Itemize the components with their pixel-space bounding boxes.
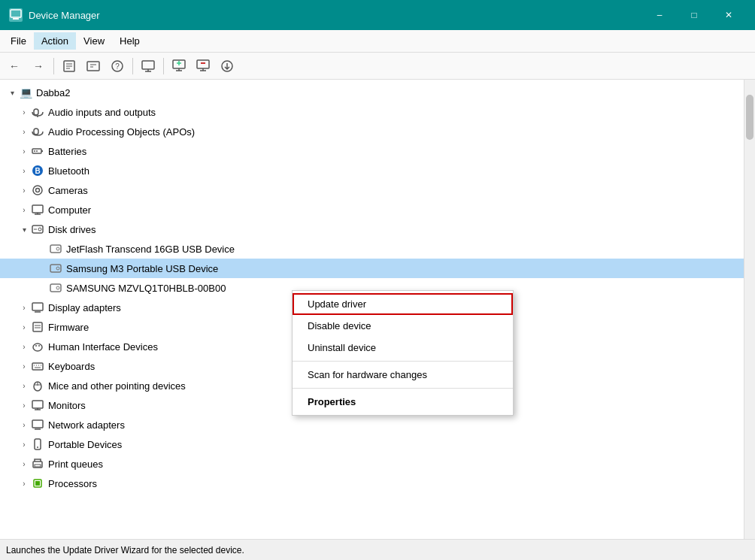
cameras-icon bbox=[30, 183, 45, 198]
disk-toggle[interactable]: ▾ bbox=[18, 223, 30, 235]
tree-root[interactable]: ▾ 💻 Dabba2 bbox=[0, 83, 755, 102]
toolbar-remove[interactable] bbox=[192, 56, 214, 77]
tree-item-disk[interactable]: ▾ Disk drives bbox=[0, 219, 755, 239]
svg-text:?: ? bbox=[115, 62, 120, 71]
svg-point-54 bbox=[38, 345, 40, 347]
monitors-toggle[interactable]: › bbox=[18, 399, 30, 411]
audio2-toggle[interactable]: › bbox=[18, 126, 30, 138]
processors-toggle[interactable]: › bbox=[18, 477, 30, 489]
firmware-icon bbox=[30, 319, 45, 334]
portable-toggle[interactable]: › bbox=[18, 438, 30, 450]
network-label: Network adapters bbox=[48, 419, 125, 431]
tree-item-audio2[interactable]: › Audio Processing Objects (APOs) bbox=[0, 122, 755, 141]
portable-label: Portable Devices bbox=[48, 439, 122, 450]
tree-item-batteries[interactable]: › Batteries bbox=[0, 141, 755, 161]
cameras-toggle[interactable]: › bbox=[18, 184, 30, 196]
hid-label: Human Interface Devices bbox=[48, 341, 158, 353]
tree-item-jetflash[interactable]: JetFlash Transcend 16GB USB Device bbox=[0, 239, 755, 259]
toolbar-driver[interactable] bbox=[82, 56, 105, 77]
processors-icon bbox=[30, 476, 45, 491]
bluetooth-toggle[interactable]: › bbox=[18, 165, 30, 177]
status-text: Launches the Update Driver Wizard for th… bbox=[6, 545, 244, 555]
svg-rect-11 bbox=[142, 61, 154, 69]
toolbar-scan[interactable] bbox=[137, 56, 159, 77]
firmware-toggle[interactable]: › bbox=[18, 321, 30, 333]
menu-action[interactable]: Action bbox=[34, 32, 76, 50]
tree-item-samsung[interactable]: Samsung M3 Portable USB Device bbox=[0, 259, 755, 278]
svg-rect-24 bbox=[34, 109, 38, 115]
scrollbar-thumb[interactable] bbox=[746, 95, 753, 140]
toolbar: ← → ? bbox=[0, 53, 755, 80]
toolbar-help[interactable]: ? bbox=[106, 56, 129, 77]
svg-rect-49 bbox=[33, 322, 42, 331]
svg-rect-19 bbox=[197, 60, 209, 68]
ctx-scan-hardware[interactable]: Scan for hardware changes bbox=[293, 364, 513, 386]
batteries-toggle[interactable]: › bbox=[18, 145, 30, 157]
ctx-properties[interactable]: Properties bbox=[293, 391, 513, 413]
close-button[interactable]: ✕ bbox=[711, 0, 746, 30]
audio1-toggle[interactable]: › bbox=[18, 106, 30, 118]
computer-icon: 💻 bbox=[18, 85, 33, 100]
printq-toggle[interactable]: › bbox=[18, 458, 30, 470]
menu-file[interactable]: File bbox=[3, 32, 34, 50]
audio1-icon bbox=[30, 104, 45, 120]
jetflash-toggle bbox=[36, 243, 48, 255]
tree-item-cameras[interactable]: › Cameras bbox=[0, 180, 755, 200]
svg-rect-69 bbox=[35, 439, 41, 450]
ctx-disable-device[interactable]: Disable device bbox=[293, 315, 513, 337]
jetflash-label: JetFlash Transcend 16GB USB Device bbox=[66, 244, 235, 255]
tree-item-computer[interactable]: › Computer bbox=[0, 200, 755, 219]
menu-bar: File Action View Help bbox=[0, 30, 755, 53]
network-icon bbox=[30, 417, 45, 432]
batteries-label: Batteries bbox=[48, 146, 86, 157]
svg-rect-72 bbox=[35, 465, 41, 467]
tree-item-processors[interactable]: › Processors bbox=[0, 474, 755, 493]
menu-view[interactable]: View bbox=[76, 32, 112, 50]
network-toggle[interactable]: › bbox=[18, 419, 30, 431]
hid-icon bbox=[30, 339, 45, 354]
tree-item-portable[interactable]: › Portable Devices bbox=[0, 434, 755, 454]
mice-toggle[interactable]: › bbox=[18, 380, 30, 392]
audio2-label: Audio Processing Objects (APOs) bbox=[48, 126, 195, 138]
samsung-icon bbox=[48, 261, 63, 276]
ctx-uninstall-device[interactable]: Uninstall device bbox=[293, 337, 513, 359]
hid-toggle[interactable]: › bbox=[18, 341, 30, 353]
toolbar-update[interactable] bbox=[216, 56, 238, 77]
toolbar-back[interactable]: ← bbox=[3, 56, 26, 77]
svg-rect-26 bbox=[34, 129, 38, 135]
mzvlq-icon bbox=[48, 280, 63, 295]
computer-toggle[interactable]: › bbox=[18, 204, 30, 216]
title-bar-left: Device Manager bbox=[9, 8, 100, 22]
svg-rect-64 bbox=[32, 401, 43, 408]
window-title: Device Manager bbox=[29, 10, 100, 21]
tree-item-network[interactable]: › Network adapters bbox=[0, 415, 755, 434]
jetflash-icon bbox=[48, 241, 63, 256]
printq-label: Print queues bbox=[48, 459, 103, 470]
toolbar-sep-2 bbox=[132, 58, 133, 74]
window-controls: – □ ✕ bbox=[642, 0, 746, 30]
app-icon bbox=[9, 8, 23, 22]
printq-icon bbox=[30, 456, 45, 471]
samsung-toggle bbox=[36, 262, 48, 274]
toolbar-properties[interactable] bbox=[58, 56, 80, 77]
ctx-update-driver[interactable]: Update driver bbox=[293, 293, 513, 315]
display-toggle[interactable]: › bbox=[18, 301, 30, 313]
svg-rect-6 bbox=[87, 62, 99, 71]
menu-help[interactable]: Help bbox=[112, 32, 147, 50]
computer-tree-icon bbox=[30, 202, 45, 217]
ctx-sep-1 bbox=[293, 361, 513, 362]
minimize-button[interactable]: – bbox=[642, 0, 677, 30]
toolbar-forward[interactable]: → bbox=[27, 56, 50, 77]
tree-item-bluetooth[interactable]: › B Bluetooth bbox=[0, 161, 755, 180]
svg-rect-67 bbox=[32, 420, 43, 428]
tree-item-audio1[interactable]: › Audio inputs and outputs bbox=[0, 102, 755, 122]
display-label: Display adapters bbox=[48, 302, 121, 313]
toolbar-add[interactable] bbox=[168, 56, 190, 77]
toolbar-sep-1 bbox=[53, 58, 54, 74]
tree-item-printq[interactable]: › Print queues bbox=[0, 454, 755, 474]
batteries-icon bbox=[30, 144, 45, 159]
maximize-button[interactable]: □ bbox=[677, 0, 711, 30]
root-toggle[interactable]: ▾ bbox=[6, 86, 18, 98]
keyboards-toggle[interactable]: › bbox=[18, 360, 30, 372]
mice-icon bbox=[30, 378, 45, 393]
